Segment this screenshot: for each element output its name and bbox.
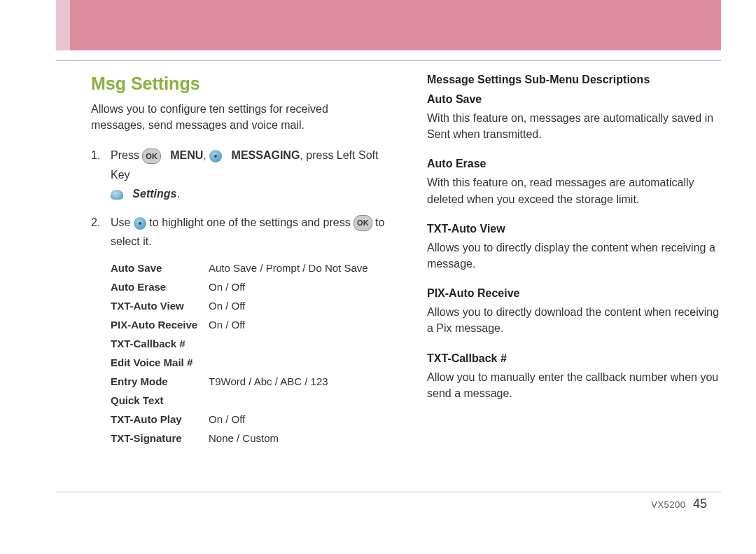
desc-block: Auto Erase With this feature on, read me… xyxy=(427,158,721,207)
menu-label: MENU xyxy=(170,149,203,161)
text: to highlight one of the settings and pre… xyxy=(149,216,354,228)
settings-value: On / Off xyxy=(209,413,385,425)
settings-row: TXT-Auto Play On / Off xyxy=(111,413,385,425)
settings-value: None / Custom xyxy=(209,432,385,444)
settings-row: Edit Voice Mail # xyxy=(111,356,385,368)
step-2: 2. Use to highlight one of the settings … xyxy=(91,213,385,251)
settings-label: Edit Voice Mail # xyxy=(111,356,209,368)
steps-list: 1. Press OK MENU, MESSAGING, press Left … xyxy=(91,146,385,251)
page-footer: VX5200 45 xyxy=(35,497,707,511)
left-column: Msg Settings Allows you to configure ten… xyxy=(91,74,385,451)
settings-label: TXT-Callback # xyxy=(111,338,209,349)
step-number: 1. xyxy=(91,146,111,203)
desc-text: With this feature on, messages are autom… xyxy=(427,110,721,142)
desc-title: TXT-Callback # xyxy=(427,352,721,365)
settings-label: Quick Text xyxy=(111,394,209,406)
settings-value: On / Off xyxy=(209,319,385,331)
settings-value: T9Word / Abc / ABC / 123 xyxy=(209,375,385,387)
intro-text: Allows you to configure ten settings for… xyxy=(91,101,385,133)
text: Press xyxy=(111,149,142,161)
settings-row: TXT-Auto View On / Off xyxy=(111,300,385,312)
ok-key-icon: OK xyxy=(142,148,161,165)
header-banner xyxy=(56,0,721,50)
step-1: 1. Press OK MENU, MESSAGING, press Left … xyxy=(91,146,385,203)
settings-row: TXT-Signature None / Custom xyxy=(111,432,385,444)
page-number: 45 xyxy=(693,497,707,511)
settings-label: TXT-Signature xyxy=(111,432,209,444)
rule-bottom xyxy=(56,492,721,492)
settings-row: TXT-Callback # xyxy=(111,338,385,349)
sub-heading: Message Settings Sub-Menu Descriptions xyxy=(427,74,721,86)
settings-row: Entry Mode T9Word / Abc / ABC / 123 xyxy=(111,375,385,387)
desc-block: Auto Save With this feature on, messages… xyxy=(427,93,721,142)
desc-text: With this feature on, read messages are … xyxy=(427,174,721,207)
settings-value xyxy=(209,356,385,368)
settings-row: Auto Save Auto Save / Prompt / Do Not Sa… xyxy=(111,262,385,274)
desc-text: Allow you to manually enter the callback… xyxy=(427,369,721,401)
settings-value xyxy=(209,338,385,349)
desc-block: TXT-Callback # Allow you to manually ent… xyxy=(427,352,721,401)
desc-title: Auto Save xyxy=(427,93,721,106)
step-number: 2. xyxy=(91,213,111,251)
settings-label: Auto Save xyxy=(111,262,209,274)
desc-text: Allows you to directly display the conte… xyxy=(427,240,721,272)
desc-block: PIX-Auto Receive Allows you to directly … xyxy=(427,287,721,336)
nav-key-icon xyxy=(134,217,146,230)
settings-row: Auto Erase On / Off xyxy=(111,281,385,293)
text: . xyxy=(176,188,179,200)
settings-row: Quick Text xyxy=(111,394,385,406)
soft-key-icon xyxy=(111,190,123,200)
settings-value: On / Off xyxy=(209,300,385,312)
settings-value: On / Off xyxy=(209,281,385,293)
settings-label: Settings xyxy=(132,188,176,200)
desc-title: TXT-Auto View xyxy=(427,223,721,235)
right-column: Message Settings Sub-Menu Descriptions A… xyxy=(427,74,721,451)
settings-label: TXT-Auto Play xyxy=(111,413,209,425)
model-number: VX5200 xyxy=(651,499,685,510)
ok-key-icon: OK xyxy=(354,215,372,231)
nav-key-icon xyxy=(209,150,222,162)
section-title: Msg Settings xyxy=(91,74,385,94)
text: Use xyxy=(111,216,134,228)
settings-label: TXT-Auto View xyxy=(111,300,209,312)
settings-label: Auto Erase xyxy=(111,281,209,293)
settings-label: Entry Mode xyxy=(111,375,209,387)
desc-block: TXT-Auto View Allows you to directly dis… xyxy=(427,223,721,272)
desc-title: PIX-Auto Receive xyxy=(427,287,721,300)
settings-table: Auto Save Auto Save / Prompt / Do Not Sa… xyxy=(111,262,385,444)
settings-label: PIX-Auto Receive xyxy=(111,319,209,331)
rule-top xyxy=(56,60,721,61)
settings-row: PIX-Auto Receive On / Off xyxy=(111,319,385,331)
desc-text: Allows you to directly download the cont… xyxy=(427,304,721,336)
text: , xyxy=(203,149,209,161)
step-body: Use to highlight one of the settings and… xyxy=(111,213,385,251)
messaging-label: MESSAGING xyxy=(232,149,300,161)
settings-value: Auto Save / Prompt / Do Not Save xyxy=(209,262,385,274)
settings-value xyxy=(209,394,385,406)
desc-title: Auto Erase xyxy=(427,158,721,170)
step-body: Press OK MENU, MESSAGING, press Left Sof… xyxy=(111,146,385,203)
